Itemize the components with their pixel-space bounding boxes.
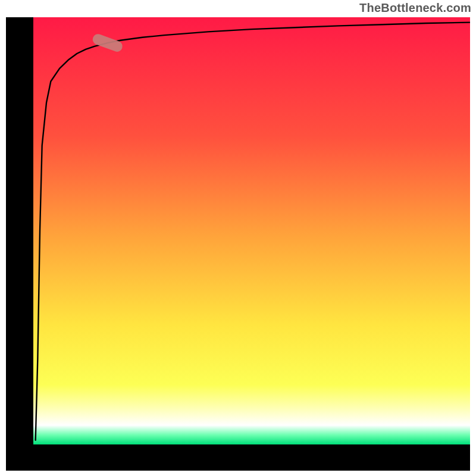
attribution-label: TheBottleneck.com (359, 1, 471, 15)
plot-svg (33, 17, 470, 444)
chart-frame (6, 17, 470, 471)
chart-stage: TheBottleneck.com (0, 0, 476, 476)
plot-area (33, 17, 470, 444)
gradient-background (33, 17, 470, 444)
